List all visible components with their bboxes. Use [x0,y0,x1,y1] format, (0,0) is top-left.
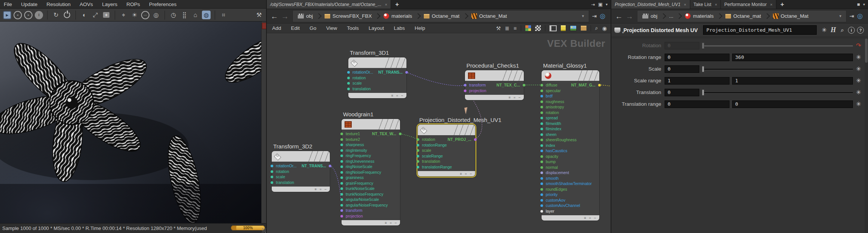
target-icon[interactable]: ◎ [152,11,160,19]
sticky-notes-icon[interactable] [561,25,566,31]
search-icon[interactable]: ⌕ [838,26,847,35]
param-value-field[interactable]: 0 [665,54,729,61]
node-input-row[interactable]: rotation [272,169,330,174]
node-footer[interactable]: ≡=– [342,220,400,225]
menu-resolution[interactable]: Resolution [46,2,71,7]
node-woodgrain1[interactable]: texture1NT_TEX_W...texture2sharpnessring… [342,119,400,225]
node-input-row[interactable]: customAov [542,198,599,203]
input-port-dot[interactable] [347,82,350,85]
node-flag-display-icon[interactable]: ≡ [508,96,510,99]
node-input-row[interactable]: translation [348,86,406,92]
input-port-dot[interactable] [540,199,543,202]
input-port-dot[interactable] [347,88,350,90]
network-menu-go[interactable]: Go [309,25,316,31]
pause-icon[interactable]: ‖ [35,11,43,19]
box-view-icon[interactable] [581,26,586,31]
clock-icon[interactable]: ◷ [169,11,178,19]
breadcrumb-item--[interactable]: ... [666,13,677,19]
add-image-icon[interactable]: + [102,11,111,19]
node-input-row[interactable]: trunkNoiseScale [342,186,400,191]
node-input-row[interactable]: filmwidth [542,121,599,127]
node-flag-template-icon[interactable]: = [465,172,467,176]
node-input-row[interactable]: rotationOr...NT_TRANS... [348,69,406,75]
pin-path-icon[interactable]: ⇥ [592,13,597,20]
node-input-row[interactable]: translationRange [418,164,475,170]
node-flag-template-icon[interactable]: = [390,221,392,225]
node-input-row[interactable]: angularNoiseFrequency [342,202,400,208]
param-slider[interactable] [702,89,853,96]
node-flag-template-icon[interactable]: = [589,216,591,220]
node-input-row[interactable]: specular [542,88,599,94]
network-canvas[interactable]: VEX Builder Transform_3D1rotationOr...NT… [267,33,611,233]
breadcrumb[interactable]: obj...materialsOctane_matOctane_Mat▾ [637,10,846,22]
list-view-icon[interactable]: ≡ [514,25,517,31]
input-port-dot[interactable] [417,160,419,163]
node-input-row[interactable]: sharpness [342,142,400,148]
checkerboard-icon[interactable] [535,25,541,31]
output-port-dot[interactable] [405,71,408,74]
param-value-field[interactable]: 1 [732,77,853,85]
node-transform_3d1[interactable]: rotationOr...NT_TRANS...rotationscaletra… [348,57,406,98]
input-port-dot[interactable] [340,193,343,196]
new-tab-button[interactable]: + [391,0,403,9]
node-input-row[interactable]: diffuseNT_MAT_G... [542,82,599,88]
tab-close-icon[interactable]: × [770,2,772,7]
input-port-dot[interactable] [417,138,419,141]
node-input-row[interactable]: rotationNT_PROJ_... [418,137,475,142]
param-gear-icon[interactable]: ✳ [853,65,864,73]
tab-close-icon[interactable]: × [385,2,387,7]
input-port-dot[interactable] [540,188,543,191]
params-scrollbar[interactable] [865,38,868,233]
param-value-field[interactable]: 360 [732,54,853,61]
node-input-row[interactable]: ringUnevenness [342,159,400,164]
input-port-dot[interactable] [340,154,343,157]
node-name-field[interactable]: Projection_Distorted_Mesh_UV1 [703,25,817,35]
input-port-dot[interactable] [271,170,273,173]
network-menu-help[interactable]: Help [415,25,425,31]
param-value-field[interactable]: 0 [665,65,699,73]
param-value-field[interactable]: 1 [665,77,729,85]
input-port-dot[interactable] [540,204,543,207]
network-menu-edit[interactable]: Edit [291,25,300,31]
input-port-dot[interactable] [540,171,543,174]
power-icon[interactable] [63,11,71,19]
menu-file[interactable]: File [4,2,12,7]
param-gear-icon[interactable]: ✳ [853,89,864,96]
pane-maximize-icon[interactable]: ■ [857,2,860,7]
node-flag-template-icon[interactable]: = [514,96,516,99]
input-port-dot[interactable] [540,182,543,185]
input-port-dot[interactable] [340,176,343,179]
output-port-dot[interactable] [474,138,477,141]
input-port-dot[interactable] [540,106,543,108]
input-port-dot[interactable] [540,89,543,92]
node-header[interactable] [342,119,400,130]
param-override-icon[interactable]: ↷ [853,42,864,49]
crop-icon[interactable]: ⌗ [219,11,228,19]
node-input-row[interactable]: grainFrequency [342,181,400,186]
input-port-dot[interactable] [340,149,343,152]
node-input-row[interactable]: anisotropy [542,104,599,110]
node-input-row[interactable]: sheen [542,132,599,137]
refresh-icon[interactable]: ↻ [52,11,60,19]
nav-back-icon[interactable]: ← [271,12,278,20]
node-procedural_checks1[interactable]: transformNT_TEX_C...projection≡=– [465,70,524,100]
input-port-dot[interactable] [540,84,543,86]
pixel-grid-icon[interactable]: ⣿ [180,11,189,19]
tab--obj-screwsfbx-fbx-materials-octane-mat-octane-[interactable]: /obj/ScrewsFBX_FBX/materials/Octane_mat/… [267,0,391,9]
input-port-dot[interactable] [540,177,543,180]
node-input-row[interactable]: graininess [342,175,400,181]
node-flag-bypass-icon[interactable]: – [325,188,326,191]
node-input-row[interactable]: filmindex [542,126,599,132]
node-input-row[interactable]: sheenRoughness [542,137,599,143]
input-port-dot[interactable] [271,176,273,178]
input-port-dot[interactable] [540,150,543,152]
menu-preferences[interactable]: Preferences [149,2,177,7]
input-port-dot[interactable] [271,165,273,167]
menu-layers[interactable]: Layers [102,2,117,7]
slider-handle[interactable] [702,43,704,49]
menu-update[interactable]: Update [21,2,38,7]
output-port-dot[interactable] [329,165,331,167]
breadcrumb-dropdown-icon[interactable]: ▾ [836,14,845,19]
scrollbar-thumb[interactable] [865,39,868,63]
node-input-row[interactable]: trunkNoiseFrequency [342,191,400,197]
